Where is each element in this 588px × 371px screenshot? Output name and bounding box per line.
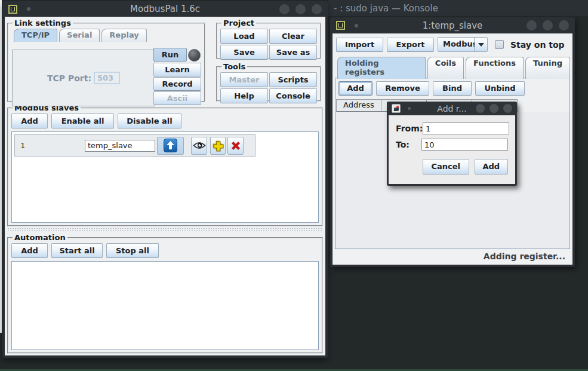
save-button[interactable]: Save (220, 45, 268, 60)
add-slave-button[interactable]: Add (11, 114, 48, 128)
window-button-icon[interactable] (527, 20, 537, 30)
save-as-button[interactable]: Save as (269, 45, 317, 60)
slave-enabled-toggle-button[interactable] (157, 137, 184, 155)
protocol-combobox-value: Modbus (438, 38, 475, 51)
dialog-window-controls (476, 104, 512, 113)
titlebar-dot-icon (408, 107, 411, 110)
link-settings-title: Link settings (13, 19, 73, 27)
main-window-titlebar[interactable]: ModbusPal 1.6c (2, 1, 328, 17)
master-button: Master (220, 72, 268, 87)
add-register-button[interactable]: Add (338, 81, 372, 96)
tab-tuning[interactable]: Tuning (525, 57, 570, 79)
help-button[interactable]: Help (220, 88, 268, 103)
tcp-port-field[interactable] (94, 72, 120, 84)
top-row: Link settings TCP/IP Serial Replay TCP P… (5, 17, 325, 102)
tcp-port-label: TCP Port: (47, 73, 91, 83)
to-field[interactable] (421, 139, 508, 151)
enable-all-button[interactable]: Enable all (51, 114, 114, 128)
link-buttons-column: Run Learn Record Ascii (153, 48, 202, 106)
automation-list (11, 261, 319, 350)
automation-panel: Automation Add Start all Stop all (7, 233, 323, 354)
link-tabs: TCP/IP Serial Replay (11, 29, 201, 42)
window-button-icon[interactable] (476, 104, 485, 113)
link-status-led-icon (188, 49, 201, 62)
slave-toolbar: Import Export Modbus Stay on top (336, 37, 570, 52)
window-button-icon[interactable] (543, 20, 553, 30)
clear-button[interactable]: Clear (269, 29, 317, 44)
run-row: Run (153, 48, 202, 62)
slave-name-field[interactable] (85, 140, 155, 152)
slave-row[interactable]: 1 (14, 134, 255, 157)
load-button[interactable]: Load (220, 29, 268, 44)
modbuspal-app-icon (8, 5, 17, 14)
dialog-titlebar[interactable]: Add r... (387, 102, 517, 115)
dialog-add-button[interactable]: Add (475, 159, 508, 174)
console-button[interactable]: Console (269, 88, 317, 103)
slave-add-tuner-button[interactable] (210, 137, 226, 155)
from-label: From: (396, 124, 423, 133)
up-arrow-icon (164, 139, 177, 152)
window-button-icon[interactable] (295, 4, 306, 14)
automation-title: Automation (13, 233, 67, 242)
tab-serial[interactable]: Serial (59, 29, 100, 42)
from-field[interactable] (423, 122, 509, 134)
start-all-button[interactable]: Start all (51, 243, 103, 258)
to-row: To: (396, 139, 508, 151)
background-window-edge (0, 0, 2, 333)
tab-tcpip[interactable]: TCP/IP (14, 29, 57, 42)
modbuspal-app-icon (336, 21, 345, 30)
konsole-window-titlebar[interactable]: - : sudo java — Konsole (328, 0, 588, 16)
ascii-button: Ascii (153, 91, 201, 105)
window-button-icon[interactable] (312, 4, 322, 14)
combobox-arrow-icon[interactable] (475, 38, 487, 51)
bind-button[interactable]: Bind (433, 81, 472, 96)
window-button-icon[interactable] (279, 4, 290, 14)
tab-functions[interactable]: Functions (466, 57, 524, 79)
dialog-app-icon (392, 104, 401, 113)
tools-panel: Tools Master Scripts Help Console (216, 62, 321, 102)
add-register-dialog: Add r... From: To: Cancel Add (387, 102, 517, 186)
disable-all-button[interactable]: Disable all (118, 114, 181, 128)
protocol-combobox[interactable]: Modbus (438, 37, 488, 52)
split-pane-divider[interactable] (7, 228, 323, 232)
automation-buttons-row: Add Start all Stop all (11, 243, 319, 258)
unbind-button[interactable]: Unbind (475, 81, 525, 96)
cancel-button[interactable]: Cancel (423, 159, 469, 174)
right-column: Project Load Clear Save Save as Tools Ma… (216, 19, 321, 102)
record-button[interactable]: Record (153, 77, 201, 91)
titlebar-dot-icon (355, 24, 358, 27)
tools-buttons: Master Scripts Help Console (220, 72, 317, 103)
project-buttons: Load Clear Save Save as (220, 29, 317, 60)
scripts-button[interactable]: Scripts (269, 72, 317, 87)
run-button[interactable]: Run (153, 48, 187, 62)
tools-title: Tools (221, 62, 247, 71)
modbus-slaves-panel: Modbus slaves Add Enable all Disable all… (7, 103, 323, 226)
slave-tabs: Holding registers Coils Functions Tuning (335, 57, 570, 79)
slave-status-bar: Adding register... (335, 249, 570, 265)
status-text: Adding register... (484, 252, 565, 261)
column-header-address[interactable]: Address (336, 99, 381, 112)
window-button-icon[interactable] (503, 104, 512, 113)
slave-visibility-button[interactable] (191, 137, 207, 155)
slave-window-controls (527, 20, 569, 30)
export-button[interactable]: Export (387, 38, 434, 52)
slave-window-titlebar[interactable]: 1:temp_slave (330, 17, 575, 33)
tab-replay[interactable]: Replay (101, 29, 146, 42)
stop-all-button[interactable]: Stop all (106, 243, 159, 258)
slaves-buttons-row: Add Enable all Disable all (11, 114, 319, 128)
eye-icon (193, 142, 206, 149)
window-button-icon[interactable] (559, 20, 569, 30)
learn-button[interactable]: Learn (153, 63, 201, 76)
window-button-icon[interactable] (490, 104, 498, 113)
titlebar-dot-icon (27, 7, 30, 11)
add-automation-button[interactable]: Add (11, 243, 48, 258)
slave-delete-button[interactable] (227, 137, 244, 155)
tcpip-tab-panel: TCP Port: (12, 50, 155, 106)
register-buttons-row: Add Remove Bind Unbind (335, 78, 569, 99)
dialog-buttons-row: Cancel Add (423, 159, 508, 174)
remove-register-button[interactable]: Remove (376, 81, 429, 96)
import-button[interactable]: Import (336, 38, 383, 52)
tab-holding-registers[interactable]: Holding registers (337, 57, 426, 79)
stay-on-top-checkbox[interactable] (495, 40, 504, 49)
tab-coils[interactable]: Coils (427, 57, 464, 79)
